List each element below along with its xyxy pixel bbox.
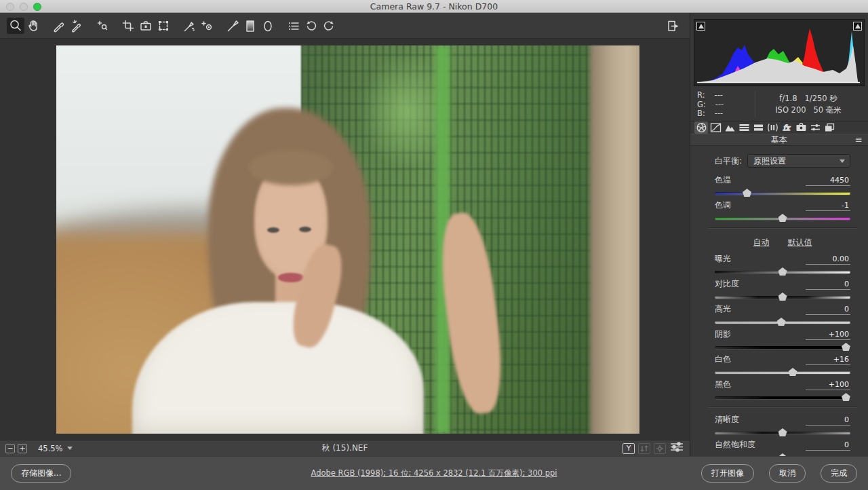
minimize-window-button[interactable]	[20, 3, 28, 11]
slider-value-tint[interactable]: -1	[806, 201, 850, 211]
transform-tool-icon[interactable]	[155, 18, 172, 34]
radial-filter-tool-icon[interactable]	[259, 18, 277, 34]
slider-thumb-shadows[interactable]	[842, 343, 850, 351]
slider-value-exposure[interactable]: 0.00	[806, 255, 850, 265]
panel-menu-icon[interactable]: ≡	[855, 136, 863, 143]
exif-info: R:--- G:--- B:--- f/1.8 1/250 秒 ISO 200 …	[690, 86, 868, 121]
photo-canvas[interactable]	[56, 45, 639, 434]
targeted-adjustment-tool-icon[interactable]	[94, 18, 111, 34]
slider-label-tint: 色调	[715, 200, 731, 211]
zoom-window-button[interactable]	[33, 3, 41, 11]
tab-split-toning[interactable]	[751, 121, 765, 134]
white-balance-select[interactable]: 原照设置	[747, 154, 850, 168]
rgb-g-value: ---	[715, 100, 724, 110]
done-button[interactable]: 完成	[821, 464, 857, 483]
tab-effects[interactable]: fx	[780, 121, 793, 134]
tab-lens-corrections[interactable]	[766, 121, 779, 134]
tab-detail[interactable]	[723, 121, 736, 134]
adjustment-brush-tool-icon[interactable]	[224, 18, 241, 34]
hand-tool-icon[interactable]	[24, 18, 42, 34]
shadow-clipping-icon	[698, 24, 704, 29]
slider-value-shadows[interactable]: +100	[806, 330, 850, 340]
slider-label-exposure: 曝光	[715, 253, 731, 265]
open-image-button[interactable]: 打开图像	[701, 464, 754, 483]
red-eye-tool-icon[interactable]	[198, 18, 216, 34]
basic-controls: 白平衡: 原照设置 色温4450色调-1 自动 默认值 曝光0.00对比度0高光…	[690, 146, 868, 486]
shadow-clipping-toggle[interactable]	[696, 22, 705, 31]
preview-preferences-icon[interactable]	[669, 442, 684, 455]
tab-basic[interactable]	[694, 121, 708, 134]
slider-thumb-clarity[interactable]	[778, 428, 787, 436]
slider-track-contrast[interactable]	[715, 296, 850, 299]
slider-track-tint[interactable]	[715, 217, 850, 220]
histogram[interactable]	[694, 19, 865, 86]
slider-thumb-exposure[interactable]	[778, 267, 787, 276]
rotate-left-icon[interactable]	[302, 18, 320, 34]
slider-label-temp: 色温	[715, 174, 731, 186]
tab-presets[interactable]	[808, 121, 822, 134]
slider-value-whites[interactable]: +16	[806, 355, 850, 365]
chevron-down-icon	[67, 447, 73, 450]
close-window-button[interactable]	[6, 3, 14, 11]
white-balance-tool-icon[interactable]	[50, 18, 68, 34]
slider-row-clarity: 清晰度0	[715, 414, 850, 434]
slider-thumb-highlights[interactable]	[777, 318, 786, 326]
tab-tone-curve[interactable]	[709, 121, 722, 134]
photo-woman-eye-right	[299, 227, 311, 232]
slider-track-shadows[interactable]	[715, 346, 850, 349]
slider-label-highlights: 高光	[715, 303, 731, 315]
slider-label-shadows: 阴影	[715, 328, 731, 340]
divider	[708, 227, 857, 228]
slider-track-blacks[interactable]	[715, 396, 850, 399]
slider-thumb-tint[interactable]	[778, 214, 787, 222]
slider-value-highlights[interactable]: 0	[806, 305, 850, 315]
crop-tool-icon[interactable]	[119, 18, 137, 34]
slider-track-clarity[interactable]	[715, 432, 850, 434]
before-after-view-button[interactable]: Y	[623, 443, 635, 454]
slider-thumb-temp[interactable]	[743, 189, 751, 197]
cancel-button[interactable]: 取消	[769, 464, 806, 483]
slider-label-vibrance: 自然饱和度	[715, 439, 755, 451]
slider-row-temp: 色温4450	[715, 174, 850, 195]
slider-label-blacks: 黑色	[715, 379, 731, 390]
window-title: Camera Raw 9.7 - Nikon D700	[370, 1, 498, 12]
straighten-tool-icon[interactable]	[137, 18, 155, 34]
color-sampler-tool-icon[interactable]	[68, 18, 85, 34]
auto-link[interactable]: 自动	[753, 238, 769, 247]
exif-focal-length: 50 毫米	[814, 105, 842, 115]
slider-thumb-contrast[interactable]	[778, 293, 787, 301]
slider-track-highlights[interactable]	[715, 321, 850, 324]
rotate-right-icon[interactable]	[320, 18, 338, 34]
slider-value-temp[interactable]: 4450	[806, 176, 850, 186]
zoom-in-button[interactable]: +	[18, 444, 27, 453]
tab-hsl-grayscale[interactable]	[737, 121, 751, 134]
slider-track-exposure[interactable]	[715, 271, 850, 274]
titlebar: Camera Raw 9.7 - Nikon D700	[0, 0, 868, 13]
panel-tabs: fx	[690, 121, 868, 134]
zoom-out-button[interactable]: −	[5, 444, 15, 453]
zoom-tool-icon[interactable]	[7, 18, 24, 34]
canvas-area	[0, 39, 690, 440]
tab-snapshots[interactable]	[823, 121, 836, 134]
slider-value-vibrance[interactable]: 0	[806, 440, 850, 451]
slider-value-blacks[interactable]: +100	[806, 380, 850, 390]
copy-settings-button-disabled	[654, 443, 666, 454]
graduated-filter-tool-icon[interactable]	[241, 18, 259, 34]
highlight-clipping-toggle[interactable]	[853, 22, 862, 31]
zoom-level-select[interactable]: 45.5%	[34, 442, 77, 455]
slider-value-contrast[interactable]: 0	[806, 280, 850, 290]
spot-removal-tool-icon[interactable]	[180, 18, 198, 34]
rgb-readout: R:--- G:--- B:---	[697, 91, 755, 117]
toggle-fullscreen-icon[interactable]	[664, 18, 682, 34]
default-link[interactable]: 默认值	[788, 238, 812, 247]
save-image-button[interactable]: 存储图像...	[11, 464, 71, 483]
slider-track-whites[interactable]	[715, 371, 850, 374]
slider-thumb-whites[interactable]	[789, 368, 797, 376]
slider-value-clarity[interactable]: 0	[806, 415, 850, 426]
slider-thumb-blacks[interactable]	[842, 393, 850, 401]
slider-track-temp[interactable]	[715, 192, 850, 195]
preferences-icon[interactable]	[285, 18, 302, 34]
tab-camera-calibration[interactable]	[794, 121, 808, 134]
exif-readout: f/1.8 1/250 秒 ISO 200 50 毫米	[755, 91, 861, 117]
slider-row-blacks: 黑色+100	[715, 379, 850, 399]
